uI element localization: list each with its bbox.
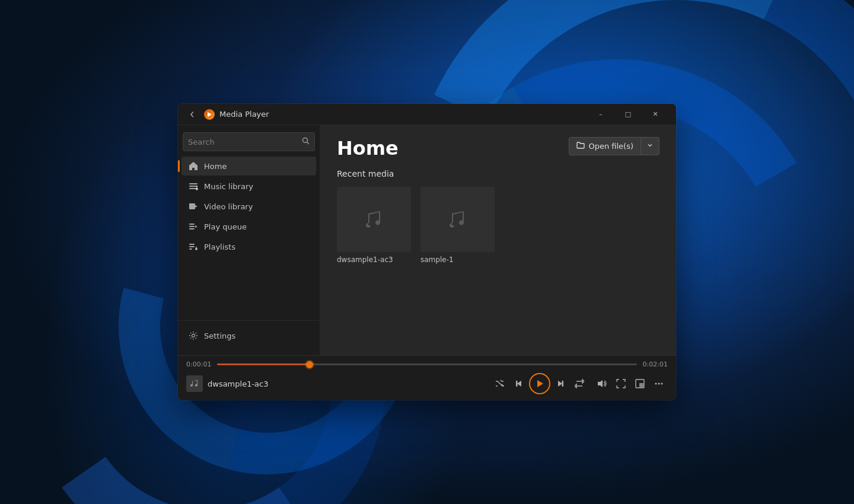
svg-rect-10: [189, 224, 195, 225]
open-files-chevron[interactable]: [641, 139, 659, 154]
progress-fill: [217, 363, 310, 365]
right-controls: [593, 375, 668, 393]
total-time: 0:02:01: [643, 361, 668, 368]
settings-icon: [189, 331, 198, 340]
svg-point-1: [303, 138, 308, 143]
nav-label-play-queue: Play queue: [204, 222, 247, 231]
nav-label-home: Home: [204, 162, 227, 171]
svg-rect-4: [189, 186, 197, 187]
svg-rect-24: [562, 381, 564, 387]
next-button[interactable]: [552, 375, 569, 393]
fullscreen-button[interactable]: [612, 375, 630, 393]
repeat-button[interactable]: [571, 375, 588, 393]
svg-marker-0: [208, 112, 212, 117]
svg-rect-16: [189, 248, 192, 250]
play-pause-button[interactable]: [529, 373, 550, 394]
svg-marker-20: [517, 381, 521, 387]
video-library-icon: [189, 202, 198, 211]
svg-marker-13: [195, 225, 197, 228]
svg-marker-9: [195, 205, 197, 208]
playlists-icon: [189, 242, 198, 251]
svg-rect-27: [639, 383, 643, 387]
progress-track[interactable]: [217, 363, 636, 365]
recent-media-title: Recent media: [337, 169, 659, 178]
media-name-0: dwsample1-ac3: [337, 256, 411, 264]
svg-point-19: [192, 334, 195, 337]
svg-marker-25: [598, 380, 603, 387]
media-thumb-0: [337, 187, 411, 252]
play-queue-icon: [189, 222, 198, 231]
player-bar: 0:00:01 0:02:01 dwsample1-ac3: [178, 355, 676, 400]
sidebar-item-home[interactable]: Home: [181, 157, 316, 176]
content-header: Home Open file(s): [320, 125, 676, 169]
media-name-1: sample-1: [420, 256, 495, 264]
back-button[interactable]: [185, 107, 199, 122]
close-button[interactable]: ✕: [642, 105, 669, 124]
nav-label-playlists: Playlists: [204, 243, 235, 251]
open-files-button[interactable]: Open file(s): [569, 137, 659, 155]
app-icon: [204, 109, 215, 120]
nav-label-settings: Settings: [204, 331, 235, 340]
media-thumb-1: [420, 187, 495, 252]
app-window: Media Player – □ ✕: [178, 104, 676, 400]
minimize-button[interactable]: –: [587, 105, 614, 124]
window-controls: – □ ✕: [587, 105, 669, 124]
nav-label-video-library: Video library: [204, 202, 253, 211]
current-time: 0:00:01: [186, 361, 211, 368]
svg-point-30: [661, 383, 663, 385]
more-options-button[interactable]: [650, 375, 668, 393]
sidebar-item-playlists[interactable]: Playlists: [181, 237, 316, 256]
track-thumbnail: [186, 375, 203, 392]
sidebar-item-video-library[interactable]: Video library: [181, 197, 316, 216]
media-grid: dwsample1-ac3 sample-1: [337, 187, 659, 264]
open-files-main[interactable]: Open file(s): [569, 138, 641, 155]
media-card-1[interactable]: sample-1: [420, 187, 495, 264]
previous-button[interactable]: [510, 375, 528, 393]
sidebar: Home Music library Video library Play qu…: [178, 125, 320, 355]
svg-point-28: [655, 383, 657, 385]
svg-marker-23: [558, 381, 562, 387]
svg-rect-8: [189, 203, 195, 209]
home-icon: [189, 161, 198, 171]
folder-icon: [576, 141, 585, 151]
miniplayer-button[interactable]: [631, 375, 649, 393]
search-input[interactable]: [188, 138, 298, 146]
shuffle-button[interactable]: [491, 375, 509, 393]
sidebar-bottom: Settings: [178, 320, 320, 350]
content-body: Recent media dwsample1-ac3: [320, 169, 676, 355]
media-card-0[interactable]: dwsample1-ac3: [337, 187, 411, 264]
main-area: Home Music library Video library Play qu…: [178, 125, 676, 355]
sidebar-item-music-library[interactable]: Music library: [181, 177, 316, 196]
volume-button[interactable]: [593, 375, 611, 393]
svg-rect-11: [189, 226, 195, 227]
search-bar[interactable]: [183, 132, 315, 151]
svg-point-29: [658, 383, 660, 385]
progress-thumb: [306, 361, 313, 368]
search-icon[interactable]: [302, 137, 310, 146]
svg-rect-21: [516, 381, 518, 387]
player-controls: dwsample1-ac3: [178, 371, 676, 400]
page-title: Home: [337, 137, 399, 160]
window-title: Media Player: [219, 110, 269, 119]
music-library-icon: [189, 181, 198, 191]
svg-rect-14: [189, 244, 195, 245]
svg-rect-15: [189, 246, 195, 247]
track-name: dwsample1-ac3: [208, 379, 486, 388]
maximize-button[interactable]: □: [614, 105, 642, 124]
content-area: Home Open file(s): [320, 125, 676, 355]
sidebar-item-settings[interactable]: Settings: [181, 326, 316, 345]
nav-label-music-library: Music library: [204, 182, 253, 191]
title-bar-left: Media Player: [185, 107, 587, 122]
svg-rect-3: [189, 183, 197, 184]
sidebar-item-play-queue[interactable]: Play queue: [181, 217, 316, 236]
svg-line-2: [307, 142, 310, 145]
progress-area: 0:00:01 0:02:01: [178, 356, 676, 371]
playback-controls: [491, 373, 588, 394]
svg-rect-12: [189, 228, 195, 229]
title-bar: Media Player – □ ✕: [178, 104, 676, 125]
open-files-label: Open file(s): [588, 142, 633, 151]
svg-marker-22: [537, 380, 543, 387]
